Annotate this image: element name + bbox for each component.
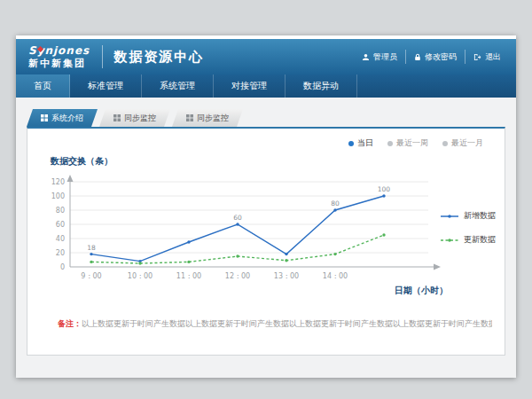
app-window: Synjones 新中新集团 数据资源中心 管理员 修改密码 (16, 35, 516, 378)
chart-legend: 新增数据 更新数据 (440, 210, 496, 246)
admin-button[interactable]: 管理员 (354, 50, 405, 64)
header-divider (102, 45, 103, 68)
y-axis-title: 数据交换（条） (51, 155, 113, 168)
svg-text:20: 20 (56, 249, 65, 257)
svg-text:40: 40 (56, 235, 65, 243)
svg-text:13：00: 13：00 (274, 272, 299, 280)
nav-item-system-mgmt[interactable]: 系统管理 (142, 74, 214, 98)
filter-dot-icon (387, 141, 393, 146)
svg-text:18: 18 (87, 244, 96, 252)
nav-item-home[interactable]: 首页 (16, 74, 70, 98)
content-area: 系统介绍 同步监控 同步监控 (16, 98, 516, 378)
svg-text:100: 100 (378, 185, 391, 193)
svg-text:80: 80 (56, 207, 65, 215)
filter-last-month[interactable]: 最近一月 (442, 137, 483, 149)
logout-button[interactable]: 退出 (465, 50, 509, 64)
logout-icon (473, 53, 481, 61)
dotted-line-sample-icon (440, 237, 459, 244)
change-password-button[interactable]: 修改密码 (405, 50, 465, 64)
change-password-button-label: 修改密码 (425, 51, 457, 63)
grid-icon (186, 114, 193, 121)
app-header: Synjones 新中新集团 数据资源中心 管理员 修改密码 (16, 39, 516, 74)
filter-dot-icon (348, 141, 354, 146)
filter-label: 最近一周 (396, 137, 428, 149)
svg-text:11：00: 11：00 (176, 272, 201, 280)
tab-label: 同步监控 (124, 113, 156, 124)
admin-button-label: 管理员 (373, 51, 397, 63)
svg-text:60: 60 (56, 221, 65, 229)
filter-label: 当日 (357, 137, 373, 149)
svg-text:14：00: 14：00 (323, 272, 348, 280)
page-title: 数据资源中心 (113, 49, 204, 66)
user-toolbar: 管理员 修改密码 退出 (354, 39, 516, 74)
filter-label: 最近一月 (451, 137, 483, 149)
main-nav: 首页 标准管理 系统管理 对接管理 数据异动 (16, 74, 516, 98)
tab-sync-monitor-2[interactable]: 同步监控 (172, 109, 243, 127)
lock-icon (414, 53, 421, 61)
svg-text:10：00: 10：00 (128, 272, 153, 280)
nav-item-connect-mgmt[interactable]: 对接管理 (214, 74, 286, 98)
line-chart: 0204060801001209：0010：0011：0012：0013：001… (36, 171, 444, 295)
range-filters: 当日 最近一周 最近一月 (348, 137, 483, 149)
svg-text:0: 0 (60, 263, 65, 271)
filter-dot-icon (442, 141, 448, 146)
footnote-prefix: 备注： (58, 319, 82, 328)
brand-logo: Synjones 新中新集团 (16, 44, 100, 70)
tab-sync-monitor-1[interactable]: 同步监控 (99, 109, 170, 127)
filter-last-week[interactable]: 最近一周 (387, 137, 428, 149)
x-axis-title: 日期（小时） (395, 285, 448, 297)
svg-text:9：00: 9：00 (81, 272, 101, 280)
grid-icon (41, 114, 48, 121)
user-icon (362, 53, 370, 61)
desktop-background: Synjones 新中新集团 数据资源中心 管理员 修改密码 (0, 0, 532, 399)
svg-text:80: 80 (331, 200, 340, 207)
grid-icon (113, 114, 121, 121)
svg-text:100: 100 (51, 192, 65, 200)
filter-today[interactable]: 当日 (348, 137, 373, 149)
legend-label: 更新数据 (464, 234, 496, 246)
tab-label: 系统介绍 (51, 113, 83, 124)
solid-line-sample-icon (440, 213, 459, 220)
tab-system-intro[interactable]: 系统介绍 (27, 109, 98, 127)
tab-strip: 系统介绍 同步监控 同步监控 (16, 98, 516, 127)
svg-text:12：00: 12：00 (225, 272, 250, 280)
nav-item-data-change[interactable]: 数据异动 (286, 74, 357, 98)
nav-item-standard-mgmt[interactable]: 标准管理 (70, 74, 142, 98)
legend-new-data[interactable]: 新增数据 (440, 210, 496, 222)
tab-label: 同步监控 (197, 113, 229, 124)
footnote-text: 以上数据更新于时间产生数据以上数据更新于时间产生数据以上数据更新于时间产生数据以… (82, 319, 492, 328)
logo-text-cn: 新中新集团 (28, 57, 90, 70)
svg-text:60: 60 (233, 214, 242, 222)
logout-button-label: 退出 (485, 51, 501, 63)
legend-updated-data[interactable]: 更新数据 (440, 234, 496, 246)
legend-label: 新增数据 (464, 210, 496, 222)
svg-text:120: 120 (51, 178, 65, 186)
footnote: 备注：以上数据更新于时间产生数据以上数据更新于时间产生数据以上数据更新于时间产生… (58, 318, 492, 330)
chart-panel: 当日 最近一周 最近一月 数据交换（条） 0204060801001209：00… (27, 127, 505, 356)
